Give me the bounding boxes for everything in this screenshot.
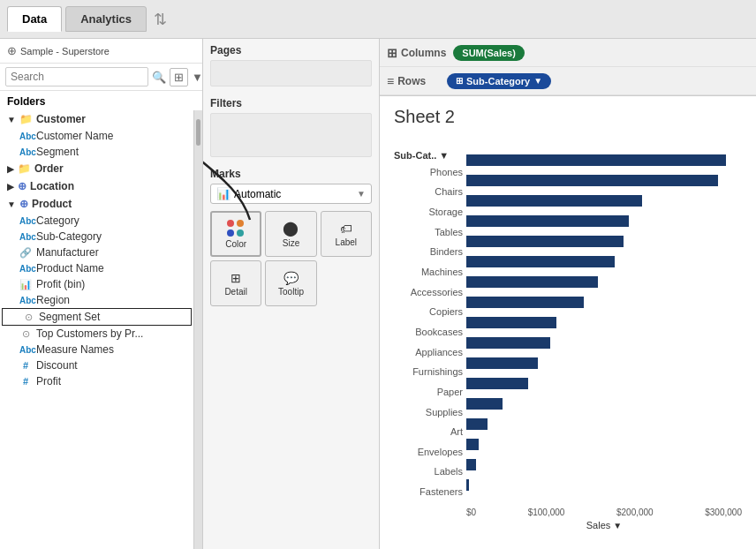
folder-customer-header[interactable]: ▼ 📁 Customer <box>0 110 193 128</box>
bar[interactable] <box>466 479 469 491</box>
field-label: Measure Names <box>36 343 114 356</box>
field-segment[interactable]: Abc Segment <box>0 144 193 160</box>
columns-pill[interactable]: SUM(Sales) <box>453 45 525 61</box>
y-label: Art <box>450 427 463 437</box>
tooltip-button[interactable]: 💬 Tooltip <box>265 260 316 306</box>
bar[interactable] <box>466 175 718 186</box>
marks-type-dropdown[interactable]: 📊 Automatic ▼ <box>210 184 372 204</box>
detail-button[interactable]: ⊞ Detail <box>210 260 261 306</box>
x-axis-title: Sales ▼ <box>466 520 742 530</box>
label-icon: 🏷 <box>340 222 352 236</box>
size-button[interactable]: ⬤ Size <box>265 211 316 257</box>
field-discount[interactable]: # Discount <box>0 357 193 373</box>
bar[interactable] <box>466 317 556 328</box>
folder-icon-order: 📁 <box>18 162 31 175</box>
link-icon: 🔗 <box>19 247 32 259</box>
label-button[interactable]: 🏷 Label <box>321 211 372 257</box>
filters-area <box>210 113 372 157</box>
y-label: Labels <box>435 467 463 477</box>
field-profit-bin[interactable]: 📊 Profit (bin) <box>0 276 193 292</box>
x-tick: $300,000 <box>705 508 742 517</box>
field-label: Top Customers by Pr... <box>36 327 143 340</box>
left-panel-scrollbar[interactable] <box>193 110 202 549</box>
y-label: Chairs <box>435 187 463 197</box>
field-sub-category[interactable]: Abc Sub-Category <box>0 229 193 244</box>
bar[interactable] <box>466 459 476 470</box>
y-label: Supplies <box>426 408 463 417</box>
tooltip-label: Tooltip <box>278 287 304 297</box>
bar-row <box>466 252 742 272</box>
y-label: Binders <box>430 247 463 257</box>
detail-label: Detail <box>224 287 247 297</box>
y-label: Machines <box>421 267 463 277</box>
field-label: Category <box>36 214 79 227</box>
folder-icon-product: ⊕ <box>19 198 28 210</box>
bar-row <box>466 455 742 475</box>
bar-icon: 📊 <box>19 279 32 290</box>
data-tab[interactable]: Data <box>7 6 62 32</box>
grid-view-button[interactable]: ⊞ <box>170 68 188 86</box>
rows-pill[interactable]: ⊞ Sub-Category ▼ <box>447 73 551 89</box>
folder-order-header[interactable]: ▶ 📁 Order <box>0 160 193 177</box>
size-icon: ⬤ <box>283 220 299 237</box>
bar[interactable] <box>466 439 479 450</box>
columns-label: ⊞ Columns <box>387 46 446 60</box>
field-profit[interactable]: # Profit <box>0 373 193 389</box>
field-label: Segment <box>36 146 79 158</box>
caret-down-icon[interactable]: ▼ <box>192 71 203 84</box>
folder-icon-location: ⊕ <box>18 180 26 192</box>
bar-row <box>466 434 742 455</box>
bar[interactable] <box>466 256 615 267</box>
folders-label: Folders <box>0 91 202 110</box>
bar[interactable] <box>466 418 488 430</box>
bar[interactable] <box>466 154 726 166</box>
field-region[interactable]: Abc Region <box>0 292 193 308</box>
y-axis: Sub-Cat.. ▼ PhonesChairsStorageTablesBin… <box>394 134 466 530</box>
search-icon[interactable]: 🔍 <box>152 71 166 84</box>
bar-row <box>466 292 742 312</box>
field-product-name[interactable]: Abc Product Name <box>0 260 193 276</box>
tab-sort-icon: ⇅ <box>154 10 167 29</box>
field-customer-name[interactable]: Abc Customer Name <box>0 128 193 144</box>
bar[interactable] <box>466 297 584 308</box>
columns-grid-icon: ⊞ <box>387 46 397 60</box>
bar-row <box>466 373 742 394</box>
bar[interactable] <box>466 337 550 349</box>
bar[interactable] <box>466 195 642 207</box>
folder-caret-order: ▶ <box>7 164 14 174</box>
set-icon2: ⊙ <box>19 328 32 340</box>
folder-caret-loc: ▶ <box>7 182 14 192</box>
pages-area <box>210 60 372 86</box>
field-measure-names[interactable]: Abc Measure Names <box>0 342 193 357</box>
bar[interactable] <box>466 215 629 227</box>
bar-row <box>466 333 742 353</box>
bar-row <box>466 191 742 211</box>
field-top-customers[interactable]: ⊙ Top Customers by Pr... <box>0 326 193 342</box>
field-manufacturer[interactable]: 🔗 Manufacturer <box>0 244 193 260</box>
bar-row <box>466 414 742 434</box>
field-category[interactable]: Abc Category <box>0 213 193 229</box>
analytics-tab[interactable]: Analytics <box>65 6 147 32</box>
bar[interactable] <box>466 357 538 369</box>
scrollbar-thumb[interactable] <box>196 119 200 146</box>
folder-caret-product: ▼ <box>7 199 16 209</box>
bar[interactable] <box>466 398 503 410</box>
columns-pill-label: SUM(Sales) <box>462 48 516 58</box>
color-button[interactable]: Color <box>210 211 261 257</box>
dot-orange <box>237 220 244 227</box>
folder-product-header[interactable]: ▼ ⊕ Product <box>0 195 193 213</box>
y-label: Phones <box>430 168 463 177</box>
color-dots <box>227 220 245 237</box>
field-segment-set[interactable]: ⊙ Segment Set <box>2 308 192 326</box>
bar[interactable] <box>466 276 598 288</box>
folder-location-header[interactable]: ▶ ⊕ Location <box>0 177 193 195</box>
rows-label: ≡ Rows <box>387 74 440 88</box>
folder-label-customer: Customer <box>36 113 86 125</box>
bar[interactable] <box>466 236 624 247</box>
bar[interactable] <box>466 378 528 389</box>
abc-icon: Abc <box>19 264 32 274</box>
y-label: Fasteners <box>420 487 463 497</box>
search-input[interactable] <box>5 67 148 86</box>
tooltip-icon: 💬 <box>284 271 299 285</box>
source-name: Sample - Superstore <box>20 46 110 56</box>
